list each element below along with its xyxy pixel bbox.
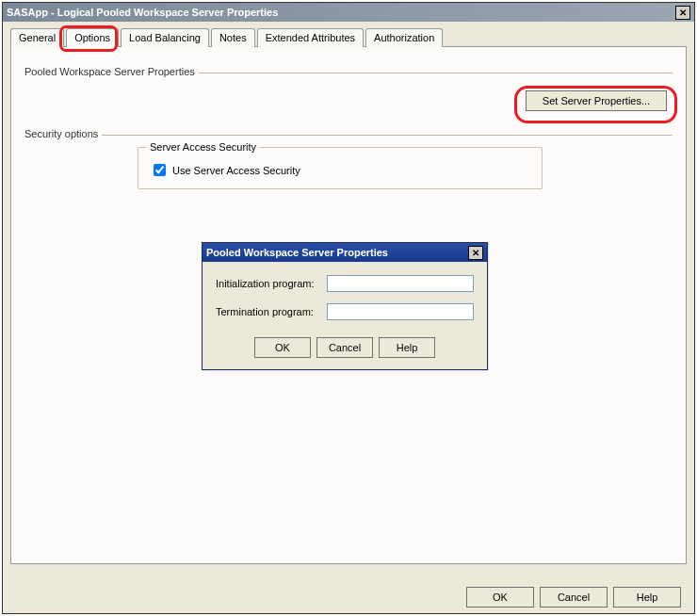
titlebar[interactable]: SASApp - Logical Pooled Workspace Server… [3, 3, 694, 22]
fieldset-server-access-security: Server Access Security Use Server Access… [138, 147, 543, 189]
window-title: SASApp - Logical Pooled Workspace Server… [7, 7, 675, 18]
group-pooled-label: Pooled Workspace Server Properties [24, 66, 199, 77]
cancel-button[interactable]: Cancel [540, 587, 608, 608]
main-window: SASApp - Logical Pooled Workspace Server… [2, 2, 695, 614]
close-icon[interactable]: ✕ [675, 6, 690, 20]
tabs-strip: General Options Load Balancing Notes Ext… [10, 27, 687, 46]
fieldset-legend: Server Access Security [146, 141, 260, 153]
term-program-input[interactable] [327, 303, 474, 320]
tab-load-balancing[interactable]: Load Balancing [121, 28, 209, 47]
group-pooled: Pooled Workspace Server Properties Set S… [24, 66, 673, 111]
group-security-label: Security options [24, 128, 102, 139]
use-server-access-label: Use Server Access Security [172, 165, 300, 176]
inner-cancel-button[interactable]: Cancel [316, 337, 373, 358]
help-button[interactable]: Help [613, 587, 681, 608]
inner-dialog: Pooled Workspace Server Properties ✕ Ini… [202, 242, 488, 370]
init-program-input[interactable] [327, 275, 474, 292]
inner-close-icon[interactable]: ✕ [468, 246, 483, 260]
term-program-label: Termination program: [216, 306, 321, 317]
inner-titlebar[interactable]: Pooled Workspace Server Properties ✕ [203, 243, 487, 262]
tab-notes[interactable]: Notes [211, 28, 255, 47]
tab-extended-attributes[interactable]: Extended Attributes [257, 28, 364, 47]
use-server-access-checkbox[interactable] [154, 164, 166, 176]
inner-ok-button[interactable]: OK [254, 337, 311, 358]
tab-options[interactable]: Options [66, 28, 119, 47]
set-server-properties-button[interactable]: Set Server Properties... [526, 90, 667, 111]
ok-button[interactable]: OK [466, 587, 534, 608]
footer-buttons: OK Cancel Help [466, 587, 681, 608]
inner-dialog-body: Initialization program: Termination prog… [203, 262, 487, 369]
inner-help-button[interactable]: Help [379, 337, 435, 358]
inner-dialog-title: Pooled Workspace Server Properties [206, 247, 468, 258]
init-program-label: Initialization program: [216, 278, 321, 289]
tab-authorization[interactable]: Authorization [365, 28, 443, 47]
tab-general[interactable]: General [10, 28, 64, 47]
group-security: Security options Server Access Security … [24, 128, 673, 189]
